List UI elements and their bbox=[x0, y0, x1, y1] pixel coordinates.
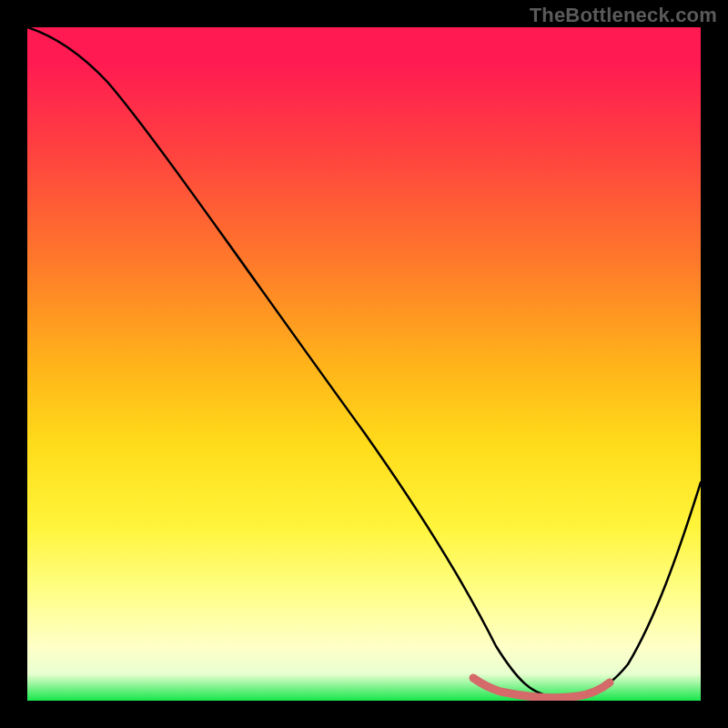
curve-layer bbox=[27, 27, 701, 701]
optimal-band-group bbox=[473, 678, 610, 698]
bottleneck-curve bbox=[27, 27, 701, 697]
optimal-band-curve bbox=[473, 678, 610, 698]
main-curve-group bbox=[27, 27, 701, 697]
chart-stage: TheBottleneck.com bbox=[0, 0, 728, 728]
plot-area bbox=[27, 27, 701, 701]
watermark-text: TheBottleneck.com bbox=[530, 4, 717, 27]
